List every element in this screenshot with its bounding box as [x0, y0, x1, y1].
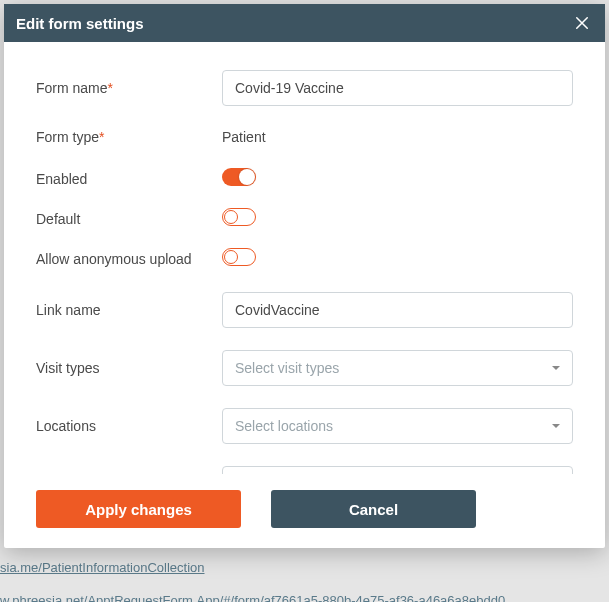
- background-link-2: w.phreesia.net/ApptRequestForm.App/#/for…: [0, 593, 505, 602]
- label-enabled: Enabled: [36, 171, 222, 187]
- row-enabled: Enabled: [36, 168, 573, 190]
- close-button[interactable]: [571, 12, 593, 34]
- enabled-toggle[interactable]: [222, 168, 256, 186]
- label-form-name: Form name*: [36, 80, 222, 96]
- background-link-1: sia.me/PatientInformationCollection: [0, 560, 205, 575]
- link-name-input[interactable]: [222, 292, 573, 328]
- visit-types-select[interactable]: Select visit types: [222, 350, 573, 386]
- label-allow-anon: Allow anonymous upload: [36, 251, 222, 267]
- apply-changes-button[interactable]: Apply changes: [36, 490, 241, 528]
- row-providers: Providers Select providers: [36, 466, 573, 474]
- modal-title: Edit form settings: [16, 15, 144, 32]
- row-link-name: Link name: [36, 292, 573, 328]
- row-form-name: Form name*: [36, 70, 573, 106]
- locations-placeholder: Select locations: [235, 418, 333, 434]
- label-form-type: Form type*: [36, 129, 222, 145]
- chevron-down-icon: [552, 366, 560, 370]
- row-form-type: Form type* Patient: [36, 128, 573, 146]
- label-default: Default: [36, 211, 222, 227]
- allow-anon-toggle[interactable]: [222, 248, 256, 266]
- modal-body: Form name* Form type* Patient Enabled De…: [4, 42, 605, 474]
- row-allow-anon: Allow anonymous upload: [36, 248, 573, 270]
- row-default: Default: [36, 208, 573, 230]
- locations-select[interactable]: Select locations: [222, 408, 573, 444]
- form-name-input[interactable]: [222, 70, 573, 106]
- required-marker: *: [99, 129, 104, 145]
- row-visit-types: Visit types Select visit types: [36, 350, 573, 386]
- providers-select[interactable]: Select providers: [222, 466, 573, 474]
- visit-types-placeholder: Select visit types: [235, 360, 339, 376]
- edit-form-settings-modal: Edit form settings Form name* Form type*…: [4, 4, 605, 548]
- modal-footer: Apply changes Cancel: [4, 474, 605, 548]
- label-link-name: Link name: [36, 302, 222, 318]
- default-toggle[interactable]: [222, 208, 256, 226]
- modal-header: Edit form settings: [4, 4, 605, 42]
- form-type-value: Patient: [222, 129, 266, 145]
- label-locations: Locations: [36, 418, 222, 434]
- chevron-down-icon: [552, 424, 560, 428]
- row-locations: Locations Select locations: [36, 408, 573, 444]
- required-marker: *: [108, 80, 113, 96]
- label-visit-types: Visit types: [36, 360, 222, 376]
- close-icon: [573, 14, 591, 32]
- cancel-button[interactable]: Cancel: [271, 490, 476, 528]
